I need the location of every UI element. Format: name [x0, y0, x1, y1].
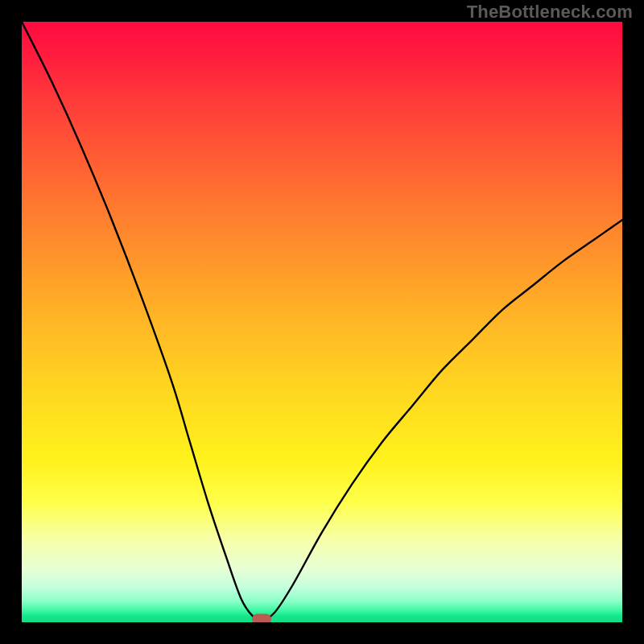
optimal-marker [252, 614, 271, 622]
watermark-label: TheBottleneck.com [467, 2, 633, 23]
bottleneck-curve [22, 22, 622, 620]
plot-area [22, 22, 622, 622]
curve-layer [22, 22, 622, 622]
chart-frame: TheBottleneck.com [0, 0, 644, 644]
